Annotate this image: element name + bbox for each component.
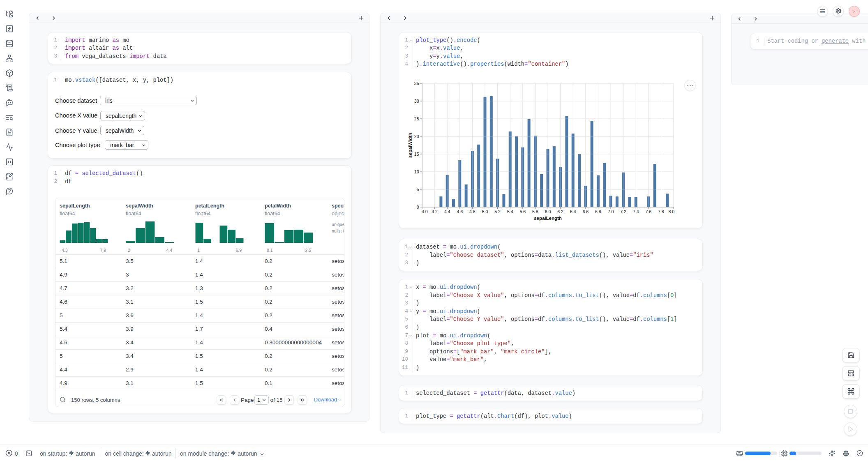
- svg-text:5.6: 5.6: [519, 209, 526, 214]
- svg-text:5.0: 5.0: [482, 209, 488, 214]
- svg-text:4.4: 4.4: [444, 209, 450, 214]
- svg-text:30: 30: [414, 98, 419, 103]
- svg-text:4.0: 4.0: [422, 209, 428, 214]
- svg-text:6.0: 6.0: [545, 209, 551, 214]
- svg-text:7.8: 7.8: [658, 209, 664, 214]
- svg-text:5.4: 5.4: [507, 209, 513, 214]
- svg-text:15: 15: [414, 151, 419, 156]
- svg-text:6.2: 6.2: [557, 209, 563, 214]
- svg-text:5.8: 5.8: [532, 209, 538, 214]
- svg-text:0: 0: [417, 204, 419, 209]
- svg-text:8.0: 8.0: [668, 209, 674, 214]
- svg-text:4.6: 4.6: [457, 209, 463, 214]
- svg-text:20: 20: [414, 134, 419, 138]
- svg-text:7.6: 7.6: [645, 209, 651, 214]
- svg-text:4.2: 4.2: [432, 209, 438, 214]
- svg-text:4.8: 4.8: [469, 209, 476, 214]
- svg-text:6.4: 6.4: [570, 209, 576, 214]
- svg-text:5.2: 5.2: [494, 209, 501, 214]
- svg-text:5: 5: [417, 187, 419, 191]
- svg-text:35: 35: [414, 81, 419, 85]
- svg-text:7.2: 7.2: [620, 209, 626, 214]
- svg-text:25: 25: [414, 116, 419, 121]
- svg-text:sepalWidth: sepalWidth: [408, 132, 413, 157]
- svg-text:sepalLength: sepalLength: [534, 215, 562, 220]
- svg-text:6.6: 6.6: [582, 209, 589, 214]
- svg-text:6.8: 6.8: [595, 209, 601, 214]
- svg-text:7.4: 7.4: [633, 209, 639, 214]
- svg-text:10: 10: [414, 169, 419, 174]
- svg-text:7.0: 7.0: [608, 209, 614, 214]
